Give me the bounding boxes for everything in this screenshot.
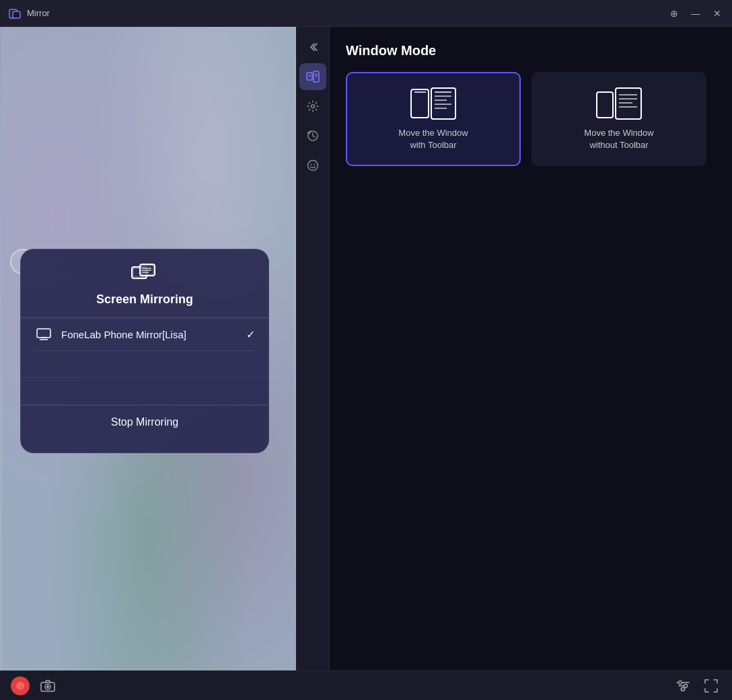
app-title: Mirror xyxy=(27,8,50,18)
without-toolbar-label: Move the Windowwithout Toolbar xyxy=(584,127,653,151)
camera-button[interactable] xyxy=(38,676,58,696)
mode-cards-container: Move the Windowwith Toolbar xyxy=(346,72,716,166)
sidebar-item-collapse[interactable] xyxy=(299,34,326,61)
sidebar-item-emoji[interactable] xyxy=(299,152,326,179)
with-toolbar-icon xyxy=(410,87,457,120)
svg-rect-33 xyxy=(616,88,641,119)
right-panel: Window Mode xyxy=(330,27,732,670)
pin-button[interactable]: ⊕ xyxy=(667,7,681,20)
bottom-left-controls xyxy=(11,676,58,696)
mode-card-with-toolbar[interactable]: Move the Windowwith Toolbar xyxy=(346,72,521,166)
svg-rect-9 xyxy=(37,329,50,338)
device-checkmark: ✓ xyxy=(246,328,255,341)
bottom-bar xyxy=(0,670,732,700)
stop-mirroring-button[interactable]: Stop Mirroring xyxy=(21,405,268,439)
titlebar: Mirror ⊕ — ✕ xyxy=(0,0,732,27)
apple-tv-icon xyxy=(34,327,53,341)
record-button-inner xyxy=(16,682,24,690)
svg-point-40 xyxy=(46,685,49,688)
sidebar-item-mirror[interactable] xyxy=(299,63,326,90)
sidebar-item-history[interactable] xyxy=(299,122,326,149)
phone-preview-area: Screen Mirroring FoneLab Phone Mirror[Li… xyxy=(0,27,296,670)
svg-point-45 xyxy=(684,684,688,687)
svg-rect-32 xyxy=(597,92,613,118)
screen-mirroring-popup: Screen Mirroring FoneLab Phone Mirror[Li… xyxy=(20,249,269,453)
main-container: Screen Mirroring FoneLab Phone Mirror[Li… xyxy=(0,27,732,670)
with-toolbar-label: Move the Windowwith Toolbar xyxy=(398,127,468,151)
svg-point-46 xyxy=(682,687,685,691)
mode-card-without-toolbar[interactable]: Move the Windowwithout Toolbar xyxy=(532,72,706,166)
svg-rect-26 xyxy=(431,88,455,119)
device-name: FoneLab Phone Mirror[Lisa] xyxy=(61,329,238,340)
svg-point-44 xyxy=(679,680,682,684)
filter-button[interactable] xyxy=(673,676,693,696)
svg-point-19 xyxy=(311,105,314,108)
sidebar xyxy=(296,27,330,670)
mirroring-popup-title: Screen Mirroring xyxy=(21,293,268,307)
without-toolbar-icon xyxy=(595,87,643,120)
panel-title: Window Mode xyxy=(346,43,716,59)
svg-point-22 xyxy=(310,164,312,165)
mirroring-popup-icon xyxy=(21,263,268,286)
device-row[interactable]: FoneLab Phone Mirror[Lisa] ✓ xyxy=(21,318,268,350)
fullscreen-button[interactable] xyxy=(701,676,721,696)
svg-rect-24 xyxy=(411,89,429,118)
titlebar-left: Mirror xyxy=(8,7,50,20)
close-button[interactable]: ✕ xyxy=(710,7,724,20)
popup-empty-area xyxy=(21,351,268,405)
bottom-right-controls xyxy=(673,676,721,696)
app-icon xyxy=(8,7,22,20)
svg-point-21 xyxy=(307,161,318,171)
minimize-button[interactable]: — xyxy=(689,7,702,20)
sidebar-item-settings[interactable] xyxy=(299,93,326,120)
svg-rect-1 xyxy=(13,11,20,18)
titlebar-controls: ⊕ — ✕ xyxy=(667,7,724,20)
record-button[interactable] xyxy=(11,676,30,695)
svg-point-23 xyxy=(314,164,315,165)
